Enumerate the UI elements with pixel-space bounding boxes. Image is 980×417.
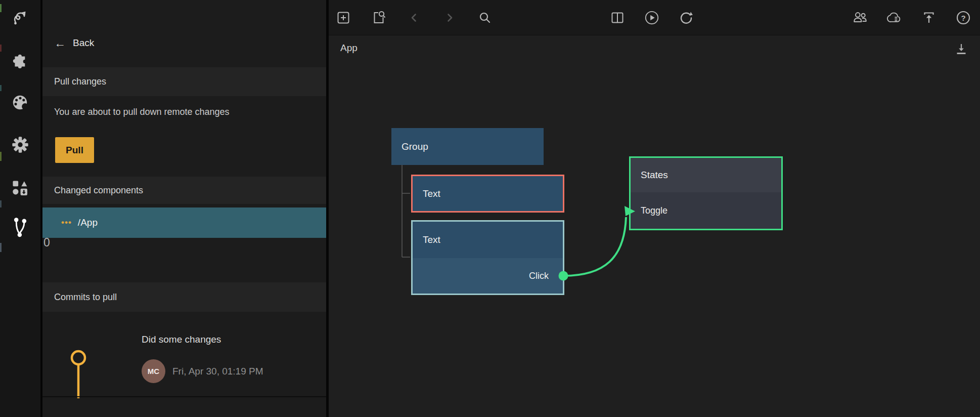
toolbar-left-group: [336, 0, 493, 35]
split-view-icon[interactable]: [610, 10, 625, 25]
changed-dots-icon: •••: [61, 218, 72, 228]
commit-message[interactable]: Did some changes: [142, 334, 221, 345]
version-control-panel: ← Back Pull changes You are about to pul…: [42, 0, 326, 417]
back-arrow-icon: ←: [54, 38, 66, 48]
node-group-title: Group: [391, 128, 544, 165]
edge-artifact: [0, 200, 2, 207]
node-text1-title: Text: [413, 176, 563, 211]
preview-play-icon[interactable]: [644, 10, 659, 25]
noodl-logo-icon[interactable]: [11, 9, 30, 28]
download-icon[interactable]: [955, 43, 968, 57]
deploy-icon[interactable]: [921, 10, 937, 25]
search-icon[interactable]: [477, 10, 493, 25]
node-group[interactable]: Group: [391, 128, 544, 165]
node-text2-output-click[interactable]: Click: [413, 258, 563, 294]
settings-gear-icon[interactable]: [11, 135, 30, 154]
nav-back-icon[interactable]: [407, 10, 422, 25]
component-search-icon[interactable]: [371, 10, 386, 25]
overlay-count: 0: [43, 236, 50, 249]
nav-forward-icon[interactable]: [442, 10, 457, 25]
divider: [42, 396, 326, 397]
node-text-selected[interactable]: Text Click: [411, 220, 564, 295]
pull-changes-header-label: Pull changes: [54, 76, 106, 87]
toolbar-right-group: ?: [853, 0, 971, 35]
back-button[interactable]: ← Back: [54, 37, 94, 49]
edge-artifact: [0, 85, 2, 91]
pull-changes-header: Pull changes: [42, 67, 326, 96]
back-label: Back: [73, 37, 94, 49]
styles-palette-icon[interactable]: [11, 93, 30, 112]
plugins-icon[interactable]: [11, 52, 30, 71]
node-states-input-toggle[interactable]: Toggle: [631, 192, 781, 229]
activity-bar: [0, 0, 40, 417]
collaborators-icon[interactable]: [853, 10, 868, 25]
commit-graph: [42, 312, 103, 399]
pull-message: You are about to pull down remote change…: [54, 107, 230, 117]
pull-button[interactable]: Pull: [55, 137, 94, 163]
edge-artifact: [0, 152, 2, 161]
changed-component-label: /App: [78, 217, 98, 228]
breadcrumb[interactable]: App: [340, 43, 358, 54]
changed-components-header-label: Changed components: [54, 185, 143, 196]
commit-meta: MC Fri, Apr 30, 01:19 PM: [142, 359, 263, 383]
commit-timestamp: Fri, Apr 30, 01:19 PM: [172, 366, 263, 377]
node-states[interactable]: States Toggle: [629, 156, 783, 230]
node-text2-title: Text: [413, 222, 563, 258]
node-states-title: States: [631, 158, 781, 192]
edge-artifact: [0, 4, 2, 12]
editor-toolbar: ?: [329, 0, 980, 35]
avatar: MC: [142, 359, 165, 383]
version-control-icon[interactable]: [11, 218, 30, 237]
changed-components-header: Changed components: [42, 177, 326, 204]
help-icon[interactable]: ?: [956, 10, 971, 25]
refresh-icon[interactable]: [679, 10, 694, 25]
edge-artifact: [0, 243, 2, 252]
edge-artifact: [0, 45, 2, 52]
node-text-changed[interactable]: Text: [411, 175, 564, 213]
components-icon[interactable]: [11, 178, 30, 197]
toolbar-mid-group: [610, 0, 694, 35]
commits-header-label: Commits to pull: [54, 292, 117, 303]
node-editor: ? App Group Text: [329, 0, 980, 417]
changed-component-row[interactable]: ••• /App: [42, 207, 326, 238]
cloud-services-icon[interactable]: [887, 10, 902, 25]
svg-text:?: ?: [961, 14, 965, 22]
commits-to-pull-header: Commits to pull: [42, 282, 326, 312]
add-node-icon[interactable]: [336, 10, 351, 25]
app-window: ← Back Pull changes You are about to pul…: [0, 0, 980, 417]
